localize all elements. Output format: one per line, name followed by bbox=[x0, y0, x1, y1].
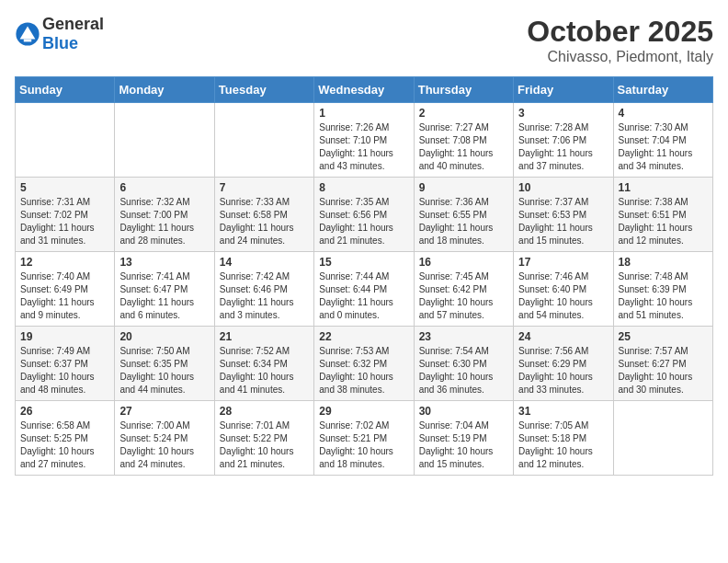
day-info: Sunrise: 7:37 AM Sunset: 6:53 PM Dayligh… bbox=[518, 196, 608, 247]
calendar-cell: 26Sunrise: 6:58 AM Sunset: 5:25 PM Dayli… bbox=[16, 401, 115, 476]
day-info: Sunrise: 7:02 AM Sunset: 5:21 PM Dayligh… bbox=[319, 419, 408, 471]
day-number: 12 bbox=[20, 256, 109, 269]
day-number: 27 bbox=[119, 405, 209, 418]
day-info: Sunrise: 7:35 AM Sunset: 6:56 PM Dayligh… bbox=[319, 196, 408, 247]
day-info: Sunrise: 7:30 AM Sunset: 7:04 PM Dayligh… bbox=[619, 121, 708, 173]
day-info: Sunrise: 7:40 AM Sunset: 6:49 PM Dayligh… bbox=[20, 270, 109, 322]
calendar-cell: 27Sunrise: 7:00 AM Sunset: 5:24 PM Dayli… bbox=[115, 401, 214, 476]
day-number: 24 bbox=[518, 330, 608, 343]
weekday-header: Tuesday bbox=[214, 77, 313, 103]
weekday-header: Monday bbox=[115, 77, 214, 103]
calendar-cell: 4Sunrise: 7:30 AM Sunset: 7:04 PM Daylig… bbox=[613, 103, 712, 178]
calendar-cell: 8Sunrise: 7:35 AM Sunset: 6:56 PM Daylig… bbox=[314, 178, 414, 252]
day-number: 22 bbox=[319, 330, 408, 343]
calendar-cell: 19Sunrise: 7:49 AM Sunset: 6:37 PM Dayli… bbox=[16, 327, 115, 401]
day-info: Sunrise: 7:44 AM Sunset: 6:44 PM Dayligh… bbox=[319, 270, 408, 322]
calendar-cell: 28Sunrise: 7:01 AM Sunset: 5:22 PM Dayli… bbox=[214, 401, 313, 476]
day-info: Sunrise: 7:33 AM Sunset: 6:58 PM Dayligh… bbox=[220, 196, 309, 247]
calendar-cell: 29Sunrise: 7:02 AM Sunset: 5:21 PM Dayli… bbox=[314, 401, 414, 476]
calendar-cell: 14Sunrise: 7:42 AM Sunset: 6:46 PM Dayli… bbox=[214, 252, 313, 327]
day-info: Sunrise: 7:42 AM Sunset: 6:46 PM Dayligh… bbox=[220, 270, 309, 322]
calendar-cell: 13Sunrise: 7:41 AM Sunset: 6:47 PM Dayli… bbox=[115, 252, 214, 327]
day-number: 3 bbox=[518, 107, 608, 120]
month-title: October 2025 bbox=[527, 15, 713, 49]
day-number: 30 bbox=[419, 405, 508, 418]
logo-icon bbox=[15, 21, 40, 47]
calendar-cell: 18Sunrise: 7:48 AM Sunset: 6:39 PM Dayli… bbox=[613, 252, 712, 327]
day-info: Sunrise: 7:54 AM Sunset: 6:30 PM Dayligh… bbox=[419, 345, 508, 396]
day-number: 8 bbox=[319, 181, 408, 194]
day-number: 23 bbox=[419, 330, 508, 343]
day-number: 2 bbox=[419, 107, 508, 120]
day-number: 21 bbox=[220, 330, 309, 343]
day-info: Sunrise: 7:28 AM Sunset: 7:06 PM Dayligh… bbox=[518, 121, 608, 173]
calendar-cell: 5Sunrise: 7:31 AM Sunset: 7:02 PM Daylig… bbox=[16, 178, 115, 252]
calendar-cell: 23Sunrise: 7:54 AM Sunset: 6:30 PM Dayli… bbox=[414, 327, 513, 401]
calendar-cell: 15Sunrise: 7:44 AM Sunset: 6:44 PM Dayli… bbox=[314, 252, 414, 327]
logo: General Blue bbox=[15, 15, 104, 53]
day-number: 26 bbox=[20, 405, 109, 418]
calendar-cell: 7Sunrise: 7:33 AM Sunset: 6:58 PM Daylig… bbox=[214, 178, 313, 252]
weekday-header-row: SundayMondayTuesdayWednesdayThursdayFrid… bbox=[16, 77, 713, 103]
weekday-header: Thursday bbox=[414, 77, 513, 103]
day-info: Sunrise: 7:56 AM Sunset: 6:29 PM Dayligh… bbox=[518, 345, 608, 396]
calendar-cell: 22Sunrise: 7:53 AM Sunset: 6:32 PM Dayli… bbox=[314, 327, 414, 401]
day-number: 15 bbox=[319, 256, 408, 269]
calendar-cell: 2Sunrise: 7:27 AM Sunset: 7:08 PM Daylig… bbox=[414, 103, 513, 178]
day-number: 28 bbox=[220, 405, 309, 418]
day-number: 19 bbox=[20, 330, 109, 343]
calendar-cell: 25Sunrise: 7:57 AM Sunset: 6:27 PM Dayli… bbox=[613, 327, 712, 401]
day-number: 17 bbox=[518, 256, 608, 269]
calendar-cell: 11Sunrise: 7:38 AM Sunset: 6:51 PM Dayli… bbox=[613, 178, 712, 252]
day-info: Sunrise: 7:38 AM Sunset: 6:51 PM Dayligh… bbox=[619, 196, 708, 247]
calendar-week-row: 26Sunrise: 6:58 AM Sunset: 5:25 PM Dayli… bbox=[16, 401, 713, 476]
day-number: 7 bbox=[220, 181, 309, 194]
calendar-cell bbox=[613, 401, 712, 476]
day-info: Sunrise: 7:49 AM Sunset: 6:37 PM Dayligh… bbox=[20, 345, 109, 396]
day-info: Sunrise: 7:46 AM Sunset: 6:40 PM Dayligh… bbox=[518, 270, 608, 322]
day-info: Sunrise: 7:52 AM Sunset: 6:34 PM Dayligh… bbox=[220, 345, 309, 396]
calendar-cell: 9Sunrise: 7:36 AM Sunset: 6:55 PM Daylig… bbox=[414, 178, 513, 252]
day-info: Sunrise: 7:00 AM Sunset: 5:24 PM Dayligh… bbox=[119, 419, 209, 471]
calendar-week-row: 5Sunrise: 7:31 AM Sunset: 7:02 PM Daylig… bbox=[16, 178, 713, 252]
day-info: Sunrise: 7:31 AM Sunset: 7:02 PM Dayligh… bbox=[20, 196, 109, 247]
calendar-cell bbox=[214, 103, 313, 178]
day-number: 31 bbox=[518, 405, 608, 418]
calendar-cell: 30Sunrise: 7:04 AM Sunset: 5:19 PM Dayli… bbox=[414, 401, 513, 476]
calendar-cell: 10Sunrise: 7:37 AM Sunset: 6:53 PM Dayli… bbox=[514, 178, 613, 252]
svg-rect-2 bbox=[24, 40, 31, 42]
calendar-cell: 24Sunrise: 7:56 AM Sunset: 6:29 PM Dayli… bbox=[514, 327, 613, 401]
calendar-week-row: 1Sunrise: 7:26 AM Sunset: 7:10 PM Daylig… bbox=[16, 103, 713, 178]
day-number: 29 bbox=[319, 405, 408, 418]
day-info: Sunrise: 7:53 AM Sunset: 6:32 PM Dayligh… bbox=[319, 345, 408, 396]
calendar-cell: 31Sunrise: 7:05 AM Sunset: 5:18 PM Dayli… bbox=[514, 401, 613, 476]
weekday-header: Sunday bbox=[16, 77, 115, 103]
day-number: 5 bbox=[20, 181, 109, 194]
day-info: Sunrise: 7:41 AM Sunset: 6:47 PM Dayligh… bbox=[119, 270, 209, 322]
calendar-cell: 21Sunrise: 7:52 AM Sunset: 6:34 PM Dayli… bbox=[214, 327, 313, 401]
day-info: Sunrise: 7:57 AM Sunset: 6:27 PM Dayligh… bbox=[619, 345, 708, 396]
day-number: 4 bbox=[619, 107, 708, 120]
day-number: 25 bbox=[619, 330, 708, 343]
title-block: October 2025 Chivasso, Piedmont, Italy bbox=[527, 15, 713, 65]
location-title: Chivasso, Piedmont, Italy bbox=[527, 49, 713, 65]
calendar-cell: 1Sunrise: 7:26 AM Sunset: 7:10 PM Daylig… bbox=[314, 103, 414, 178]
calendar-table: SundayMondayTuesdayWednesdayThursdayFrid… bbox=[15, 76, 713, 476]
day-info: Sunrise: 7:48 AM Sunset: 6:39 PM Dayligh… bbox=[619, 270, 708, 322]
weekday-header: Wednesday bbox=[314, 77, 414, 103]
calendar-cell bbox=[115, 103, 214, 178]
day-info: Sunrise: 7:27 AM Sunset: 7:08 PM Dayligh… bbox=[419, 121, 508, 173]
day-info: Sunrise: 6:58 AM Sunset: 5:25 PM Dayligh… bbox=[20, 419, 109, 471]
day-info: Sunrise: 7:01 AM Sunset: 5:22 PM Dayligh… bbox=[220, 419, 309, 471]
calendar-cell: 17Sunrise: 7:46 AM Sunset: 6:40 PM Dayli… bbox=[514, 252, 613, 327]
day-info: Sunrise: 7:50 AM Sunset: 6:35 PM Dayligh… bbox=[119, 345, 209, 396]
weekday-header: Saturday bbox=[613, 77, 712, 103]
calendar-cell: 20Sunrise: 7:50 AM Sunset: 6:35 PM Dayli… bbox=[115, 327, 214, 401]
day-info: Sunrise: 7:45 AM Sunset: 6:42 PM Dayligh… bbox=[419, 270, 508, 322]
weekday-header: Friday bbox=[514, 77, 613, 103]
logo-blue-text: Blue bbox=[42, 34, 78, 52]
calendar-week-row: 19Sunrise: 7:49 AM Sunset: 6:37 PM Dayli… bbox=[16, 327, 713, 401]
day-number: 16 bbox=[419, 256, 508, 269]
day-info: Sunrise: 7:32 AM Sunset: 7:00 PM Dayligh… bbox=[119, 196, 209, 247]
day-info: Sunrise: 7:04 AM Sunset: 5:19 PM Dayligh… bbox=[419, 419, 508, 471]
